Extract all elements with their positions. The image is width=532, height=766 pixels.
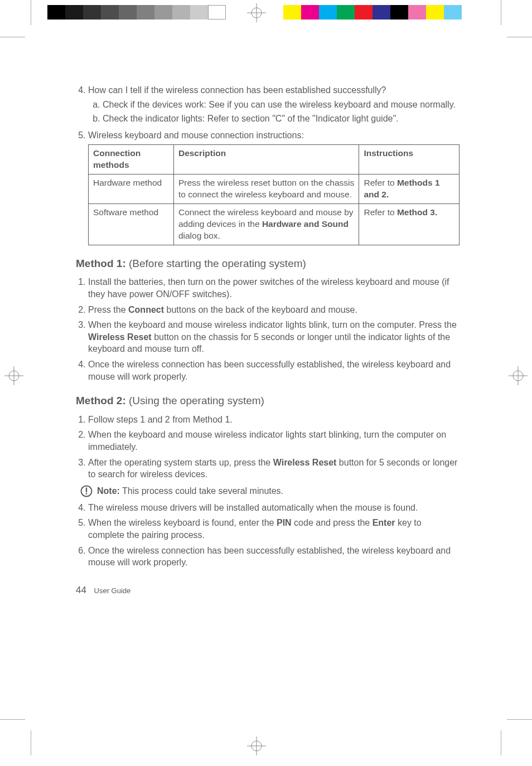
m2-step-3: After the operating system starts up, pr… <box>88 457 460 481</box>
m2-step-1: Follow steps 1 and 2 from Method 1. <box>88 414 460 426</box>
cell-software-instr: Refer to Method 3. <box>359 204 460 245</box>
th-methods: Connection methods <box>93 148 141 169</box>
m1-step-3: When the keyboard and mouse wireless ind… <box>88 319 460 355</box>
cell-hardware-method: Hardware method <box>89 174 174 204</box>
attention-icon <box>80 485 93 497</box>
m1-step-4: Once the wireless connection has been su… <box>88 358 460 382</box>
svg-point-14 <box>86 493 88 494</box>
page-number: 44 <box>76 585 86 595</box>
cell-software-method: Software method <box>89 204 174 245</box>
faq-5-text: Wireless keyboard and mouse connection i… <box>88 130 304 140</box>
faq-4-b: Check the indicator lights: Refer to sec… <box>103 113 460 125</box>
m2-step-2: When the keyboard and mouse wireless ind… <box>88 429 460 453</box>
th-description: Description <box>178 148 226 158</box>
th-instructions: Instructions <box>364 148 413 158</box>
table-row: Software method Connect the wireless key… <box>89 204 460 245</box>
page-content: How can I tell if the wireless connectio… <box>0 0 532 642</box>
cell-software-desc: Connect the wireless keyboard and mouse … <box>173 204 359 245</box>
method-2-heading: Method 2: (Using the operating system) <box>76 394 460 408</box>
faq-4-a: Check if the devices work: See if you ca… <box>103 99 460 111</box>
cell-hardware-desc: Press the wireless reset button on the c… <box>173 174 359 204</box>
connection-methods-table: Connection methods Description Instructi… <box>88 144 460 245</box>
note-text: Note: This process could take several mi… <box>97 485 283 497</box>
table-row: Hardware method Press the wireless reset… <box>89 174 460 204</box>
page-footer: 44 User Guide <box>76 584 460 597</box>
m2-step-6: Once the wireless connection has been su… <box>88 545 460 569</box>
m2-step-4: The wireless mouse drivers will be insta… <box>88 502 460 514</box>
method-1-heading: Method 1: (Before starting the operating… <box>76 256 460 271</box>
footer-label: User Guide <box>94 586 131 595</box>
faq-4-text: How can I tell if the wireless connectio… <box>88 85 386 95</box>
note-callout: Note: This process could take several mi… <box>80 485 460 497</box>
m1-step-2: Press the Connect buttons on the back of… <box>88 304 460 316</box>
cell-hardware-instr: Refer to Methods 1 and 2. <box>359 174 460 204</box>
faq-item-5: Wireless keyboard and mouse connection i… <box>88 129 460 142</box>
faq-item-4: How can I tell if the wireless connectio… <box>88 84 460 125</box>
m1-step-1: Install the batteries, then turn on the … <box>88 276 460 300</box>
m2-step-5: When the wireless keyboard is found, ent… <box>88 517 460 541</box>
